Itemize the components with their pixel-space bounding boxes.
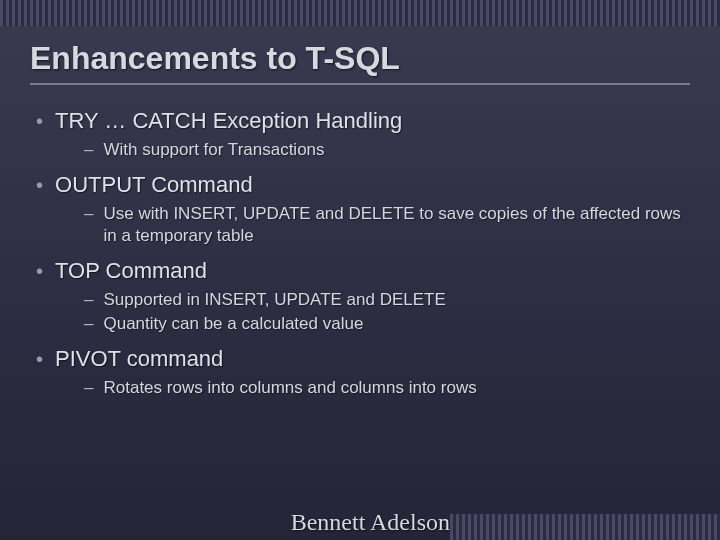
- sub-list-item: – Use with INSERT, UPDATE and DELETE to …: [84, 203, 690, 247]
- bullet-dot-icon: •: [36, 107, 43, 135]
- bullet-dot-icon: •: [36, 257, 43, 285]
- sub-bullet-text: Quantity can be a calculated value: [103, 313, 363, 335]
- sub-list-item: – Rotates rows into columns and columns …: [84, 377, 690, 399]
- sub-list-item: – Supported in INSERT, UPDATE and DELETE: [84, 289, 690, 311]
- list-item: • TRY … CATCH Exception Handling – With …: [30, 107, 690, 161]
- dash-icon: –: [84, 377, 93, 399]
- bottom-right-hatch-decoration: [450, 514, 720, 540]
- dash-icon: –: [84, 289, 93, 311]
- slide-title: Enhancements to T-SQL: [30, 40, 690, 85]
- bullet-text: OUTPUT Command: [55, 171, 253, 199]
- top-hatch-decoration: [0, 0, 720, 26]
- list-item: • PIVOT command – Rotates rows into colu…: [30, 345, 690, 399]
- sub-bullet-text: Rotates rows into columns and columns in…: [103, 377, 476, 399]
- list-item: • TOP Command – Supported in INSERT, UPD…: [30, 257, 690, 335]
- bullet-text: TRY … CATCH Exception Handling: [55, 107, 402, 135]
- sub-bullet-text: Supported in INSERT, UPDATE and DELETE: [103, 289, 445, 311]
- dash-icon: –: [84, 313, 93, 335]
- dash-icon: –: [84, 139, 93, 161]
- dash-icon: –: [84, 203, 93, 247]
- bullet-dot-icon: •: [36, 345, 43, 373]
- list-item: • OUTPUT Command – Use with INSERT, UPDA…: [30, 171, 690, 247]
- bullet-text: TOP Command: [55, 257, 207, 285]
- footer-author: Bennett Adelson: [90, 509, 450, 536]
- bullet-list: • TRY … CATCH Exception Handling – With …: [30, 107, 690, 399]
- bullet-dot-icon: •: [36, 171, 43, 199]
- bullet-text: PIVOT command: [55, 345, 223, 373]
- sub-list-item: – Quantity can be a calculated value: [84, 313, 690, 335]
- sub-bullet-text: Use with INSERT, UPDATE and DELETE to sa…: [103, 203, 690, 247]
- sub-bullet-text: With support for Transactions: [103, 139, 324, 161]
- slide-content: Enhancements to T-SQL • TRY … CATCH Exce…: [30, 40, 690, 500]
- sub-list-item: – With support for Transactions: [84, 139, 690, 161]
